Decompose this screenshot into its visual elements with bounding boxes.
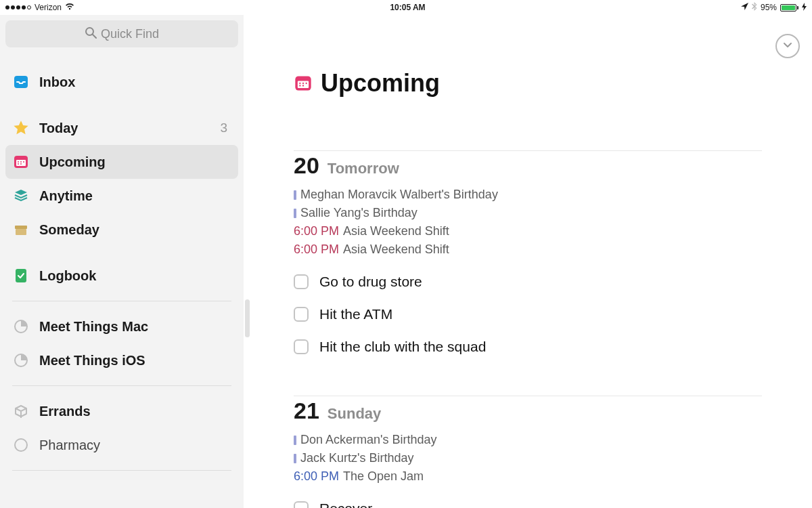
calendar-event: 6:00 PMAsia Weekend Shift: [294, 240, 762, 259]
todo-text: Hit the ATM: [319, 306, 392, 322]
sidebar-item-label: Someday: [39, 222, 99, 238]
day-number: 21: [294, 398, 319, 424]
sidebar-divider: [12, 301, 231, 301]
battery-percent: 95%: [761, 3, 777, 12]
sidebar-area-pharmacy[interactable]: Pharmacy: [5, 428, 238, 462]
day-events: Don Ackerman's Birthday Jack Kurtz's Bir…: [294, 431, 762, 486]
calendar-event: 6:00 PMThe Open Jam: [294, 467, 762, 486]
svg-point-18: [302, 83, 304, 84]
svg-point-19: [306, 83, 307, 84]
todo-text: Go to drug store: [319, 274, 422, 290]
status-bar-left: Verizon: [5, 3, 74, 12]
chevron-down-icon: [782, 39, 794, 54]
sidebar-area-errands[interactable]: Errands: [5, 394, 238, 428]
sidebar-item-label: Anytime: [39, 188, 93, 204]
location-icon: [741, 3, 748, 12]
svg-rect-12: [16, 269, 26, 282]
todo-item[interactable]: Hit the ATM: [294, 306, 762, 322]
sidebar-item-label: Today: [39, 121, 78, 136]
search-input[interactable]: Quick Find: [5, 20, 238, 47]
day-label: Tomorrow: [328, 160, 399, 177]
signal-dots-icon: [5, 5, 31, 9]
page-title-row: Upcoming: [294, 69, 762, 98]
collapse-button[interactable]: [775, 34, 800, 58]
sidebar-divider: [12, 470, 231, 471]
svg-point-17: [299, 83, 300, 84]
todo-checkbox[interactable]: [294, 339, 309, 354]
todo-item[interactable]: Go to drug store: [294, 274, 762, 290]
svg-rect-16: [298, 81, 309, 89]
event-bar-icon: [294, 209, 296, 218]
todo-checkbox[interactable]: [294, 274, 309, 289]
sidebar-item-label: Logbook: [39, 268, 96, 284]
sidebar-main-list: Inbox Today 3 Upcoming Anyti: [5, 65, 238, 293]
todo-item[interactable]: Hit the club with the squad: [294, 339, 762, 355]
sidebar-project-0[interactable]: Meet Things Mac: [5, 310, 238, 343]
sidebar-item-inbox[interactable]: Inbox: [5, 65, 238, 99]
sidebar: Quick Find Inbox Today 3: [0, 15, 244, 508]
bluetooth-icon: [752, 2, 757, 13]
wifi-icon: [65, 3, 74, 12]
day-label: Sunday: [328, 405, 381, 423]
app-container: Quick Find Inbox Today 3: [0, 15, 812, 508]
svg-point-8: [18, 163, 19, 165]
event-time: 6:00 PM: [294, 240, 339, 259]
calendar-event: Jack Kurtz's Birthday: [294, 449, 762, 467]
search-icon: [85, 26, 97, 42]
day-section-0: 20 Tomorrow Meghan Moravcik Walbert's Bi…: [294, 150, 762, 355]
svg-point-7: [23, 161, 24, 163]
sidebar-project-label: Meet Things Mac: [39, 319, 148, 335]
svg-rect-11: [16, 229, 26, 235]
svg-point-9: [20, 163, 22, 165]
search-placeholder: Quick Find: [101, 27, 159, 41]
calendar-event: Sallie Yang's Birthday: [294, 204, 762, 222]
sidebar-item-logbook[interactable]: Logbook: [5, 259, 238, 293]
archive-icon: [12, 221, 30, 238]
event-bar-icon: [294, 436, 296, 445]
sidebar-project-label: Meet Things iOS: [39, 353, 145, 368]
todo-checkbox[interactable]: [294, 501, 309, 508]
progress-circle-icon: [12, 352, 30, 369]
sidebar-area-label: Errands: [39, 404, 91, 419]
progress-circle-icon: [12, 318, 30, 335]
charging-icon: [802, 3, 807, 13]
svg-point-5: [18, 161, 19, 163]
main-content: Upcoming 20 Tomorrow Meghan Moravcik Wal…: [244, 15, 812, 508]
day-number: 20: [294, 152, 319, 179]
svg-line-1: [93, 35, 96, 38]
sidebar-divider: [12, 385, 231, 386]
day-events: Meghan Moravcik Walbert's Birthday Salli…: [294, 186, 762, 259]
todo-text: Hit the club with the squad: [319, 339, 486, 355]
layers-icon: [12, 187, 30, 205]
svg-rect-4: [16, 160, 26, 166]
sidebar-item-label: Inbox: [39, 75, 75, 90]
logbook-icon: [12, 267, 30, 284]
sidebar-item-count: 3: [220, 121, 231, 135]
circle-icon: [12, 436, 30, 454]
inbox-icon: [12, 73, 30, 91]
event-bar-icon: [294, 190, 296, 200]
todo-item[interactable]: Recover: [294, 501, 762, 508]
sidebar-item-upcoming[interactable]: Upcoming: [5, 145, 238, 179]
day-header: 21 Sunday: [294, 396, 762, 424]
battery-icon: [780, 4, 798, 12]
carrier-label: Verizon: [35, 3, 62, 12]
calendar-event: Don Ackerman's Birthday: [294, 431, 762, 449]
sidebar-item-anytime[interactable]: Anytime: [5, 179, 238, 213]
calendar-icon: [294, 74, 313, 93]
box-icon: [12, 402, 30, 420]
sidebar-project-1[interactable]: Meet Things iOS: [5, 343, 238, 377]
page-title: Upcoming: [321, 69, 440, 98]
event-time: 6:00 PM: [294, 222, 339, 240]
calendar-event: 6:00 PMAsia Weekend Shift: [294, 222, 762, 240]
star-icon: [12, 119, 30, 137]
day-header: 20 Tomorrow: [294, 150, 762, 179]
status-bar-time: 10:05 AM: [390, 3, 425, 12]
todo-checkbox[interactable]: [294, 307, 309, 322]
sidebar-item-today[interactable]: Today 3: [5, 111, 238, 145]
calendar-icon: [12, 153, 30, 171]
status-bar-right: 95%: [741, 2, 807, 13]
calendar-event: Meghan Moravcik Walbert's Birthday: [294, 186, 762, 204]
sidebar-item-someday[interactable]: Someday: [5, 213, 238, 247]
day-section-1: 21 Sunday Don Ackerman's Birthday Jack K…: [294, 396, 762, 508]
